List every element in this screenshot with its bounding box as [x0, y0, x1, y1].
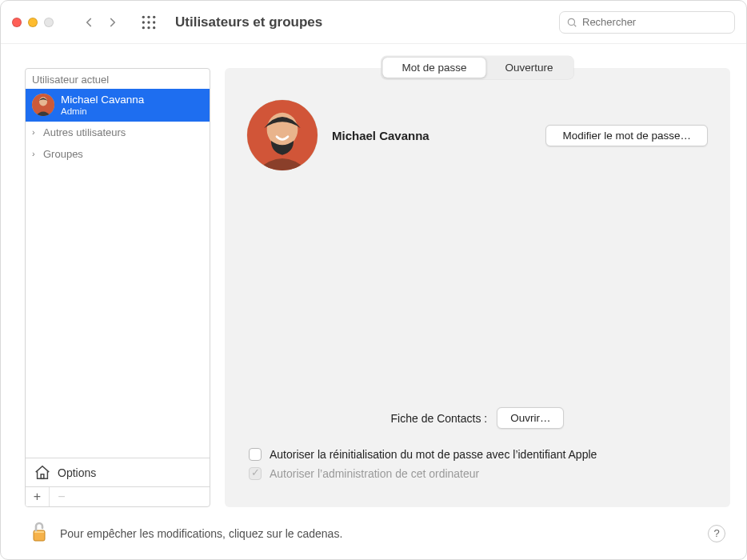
close-window-button[interactable]	[12, 18, 22, 27]
help-button[interactable]: ?	[708, 525, 725, 542]
sidebar-user-current[interactable]: Michael Cavanna Admin	[26, 89, 210, 122]
svg-point-9	[568, 18, 574, 25]
search-input[interactable]	[582, 16, 728, 28]
svg-line-10	[574, 24, 577, 26]
svg-point-8	[153, 26, 155, 29]
admin-label: Autoriser l’administration de cet ordina…	[270, 467, 479, 480]
users-sidebar: Utilisateur actuel Mi	[25, 68, 210, 507]
change-password-button[interactable]: Modifier le mot de passe…	[545, 125, 708, 146]
checkbox-row-admin: Autoriser l’administration de cet ordina…	[247, 464, 708, 483]
svg-rect-18	[34, 531, 44, 533]
sidebar-section-groups[interactable]: › Groupes	[26, 143, 210, 165]
show-all-prefs-button[interactable]	[138, 12, 159, 33]
user-avatar[interactable]	[247, 100, 318, 170]
main-panel: Mot de passe Ouverture	[225, 68, 730, 507]
apple-id-reset-label: Autoriser la réinitialisation du mot de …	[270, 448, 597, 461]
minimize-window-button[interactable]	[28, 18, 38, 27]
chevron-right-icon: ›	[32, 127, 40, 137]
svg-point-1	[147, 15, 150, 18]
svg-point-6	[142, 26, 145, 29]
profile-header: Michael Cavanna Modifier le mot de passe…	[247, 100, 708, 170]
svg-point-3	[142, 21, 145, 23]
sidebar-other-users-label: Autres utilisateurs	[43, 126, 126, 138]
lock-text: Pour empêcher les modifications, cliquez…	[60, 527, 342, 540]
chevron-right-icon: ›	[32, 149, 40, 158]
contacts-row: Fiche de Contacts : Ouvrir…	[247, 407, 708, 429]
add-user-button[interactable]: +	[26, 487, 50, 506]
sidebar-groups-label: Groupes	[43, 148, 83, 160]
lock-icon[interactable]	[30, 520, 49, 546]
titlebar: Utilisateurs et groupes	[1, 1, 746, 44]
window-title: Utilisateurs et groupes	[175, 14, 322, 30]
sidebar-user-role: Admin	[61, 106, 144, 117]
apple-id-reset-checkbox[interactable]	[249, 448, 262, 461]
nav-arrows	[78, 11, 124, 34]
svg-point-0	[142, 15, 145, 18]
preferences-window: Utilisateurs et groupes Utilisateur actu…	[0, 0, 747, 560]
svg-point-4	[147, 21, 150, 23]
tab-password[interactable]: Mot de passe	[382, 58, 485, 78]
sidebar-section-current-user: Utilisateur actuel	[26, 69, 210, 89]
checkbox-row-apple-id-reset[interactable]: Autoriser la réinitialisation du mot de …	[247, 445, 708, 464]
options-label: Options	[58, 466, 96, 479]
search-icon	[566, 17, 577, 28]
svg-point-5	[153, 21, 155, 23]
profile-username: Michael Cavanna	[332, 129, 429, 142]
zoom-window-button[interactable]	[44, 18, 54, 27]
add-remove-toolbar: + −	[26, 487, 210, 506]
lock-row: Pour empêcher les modifications, cliquez…	[25, 507, 730, 546]
avatar-icon	[32, 94, 54, 116]
open-contacts-button[interactable]: Ouvrir…	[497, 407, 564, 429]
sidebar-user-name: Michael Cavanna	[61, 94, 144, 106]
search-field[interactable]	[559, 11, 735, 34]
svg-rect-14	[41, 474, 44, 478]
window-controls	[12, 18, 54, 27]
svg-point-2	[153, 15, 155, 18]
sidebar-section-other-users[interactable]: › Autres utilisateurs	[26, 122, 210, 143]
login-options-button[interactable]: Options	[26, 458, 210, 487]
admin-checkbox	[249, 467, 262, 480]
tabs: Mot de passe Ouverture	[381, 56, 573, 79]
contacts-label: Fiche de Contacts :	[391, 412, 488, 425]
tab-login-items[interactable]: Ouverture	[486, 58, 573, 78]
svg-point-7	[147, 26, 150, 29]
content-area: Utilisateur actuel Mi	[1, 44, 746, 559]
house-icon	[34, 464, 51, 482]
back-button[interactable]	[78, 11, 100, 34]
forward-button[interactable]	[102, 11, 124, 34]
remove-user-button[interactable]: −	[50, 487, 74, 506]
